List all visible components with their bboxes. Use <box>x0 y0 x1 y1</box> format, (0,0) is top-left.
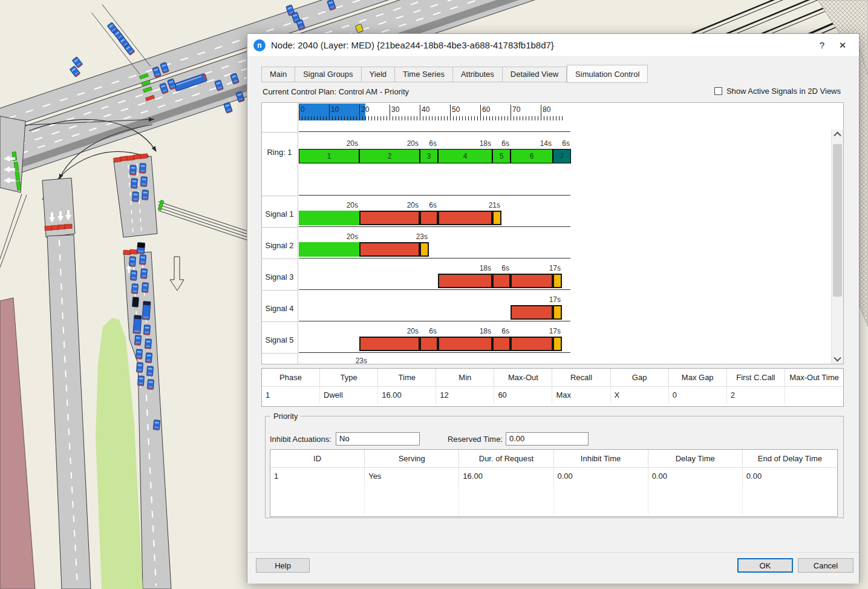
vehicle <box>141 177 148 187</box>
ruler-label: 70 <box>512 105 520 114</box>
phase-table-cell[interactable]: Dwell <box>320 387 378 404</box>
tab-simulation-control[interactable]: Simulation Control <box>567 65 648 83</box>
phase-table-cell[interactable] <box>785 387 843 404</box>
phase-table-cell[interactable]: 1 <box>262 387 320 404</box>
priority-table-cell[interactable]: 0.00 <box>743 468 837 485</box>
scrollbar-thumb[interactable] <box>833 144 842 297</box>
priority-table-filler <box>554 485 648 516</box>
phase-table-header: Gap <box>611 369 669 387</box>
reserved-time-label: Reserved Time: <box>445 435 503 444</box>
inhibit-actuations-field[interactable]: No <box>336 432 420 446</box>
duration-label: 20s <box>315 139 358 148</box>
priority-table-filler <box>743 485 837 516</box>
phase-segment <box>492 274 511 288</box>
help-titlebar-button[interactable]: ? <box>812 36 832 54</box>
ruler-tick <box>426 116 426 120</box>
timeline-scrollbar[interactable] <box>831 130 843 364</box>
vehicle <box>131 179 138 189</box>
phase-table-cell[interactable]: 2 <box>727 387 785 404</box>
priority-table-cell[interactable]: 0.00 <box>648 468 743 485</box>
priority-table-cell[interactable]: 16.00 <box>459 468 553 485</box>
ruler-tick <box>477 116 478 120</box>
ruler-tick <box>544 116 544 120</box>
duration-label: 6s <box>393 327 437 335</box>
tab-time-series[interactable]: Time Series <box>395 67 453 82</box>
ruler-tick <box>393 116 393 120</box>
cancel-button[interactable]: Cancel <box>798 558 853 573</box>
priority-table-cell[interactable]: 0.00 <box>554 468 648 485</box>
phase-table-cell[interactable]: 16.00 <box>378 387 436 404</box>
phase-segment <box>438 337 492 351</box>
phase-segment <box>438 274 492 288</box>
phase-segment <box>553 337 562 351</box>
reserved-time-field[interactable]: 0.00 <box>506 432 589 446</box>
phase-table-cell[interactable]: 12 <box>436 387 494 404</box>
phase-table-cell[interactable]: 0 <box>669 387 727 404</box>
ruler-tick <box>441 116 442 120</box>
phase-table-cell[interactable]: X <box>611 387 669 404</box>
ok-button[interactable]: OK <box>737 558 793 573</box>
scroll-up-icon[interactable] <box>832 130 843 140</box>
phase-number: 3 <box>420 152 438 160</box>
ruler-tick <box>538 116 538 120</box>
phase-segment <box>359 211 420 225</box>
vehicle <box>130 165 137 176</box>
tab-main[interactable]: Main <box>261 67 295 82</box>
ruler-label: 60 <box>482 105 490 114</box>
scroll-down-icon[interactable] <box>832 354 843 364</box>
tab-detailed-view[interactable]: Detailed View <box>503 67 567 82</box>
priority-table-filler <box>648 485 743 516</box>
ruler-tick <box>459 116 460 120</box>
timeline-label-divider <box>298 103 298 364</box>
ruler-tick <box>532 116 532 120</box>
duration-label: 20s <box>315 201 358 209</box>
ruler-tick <box>471 116 472 120</box>
vehicle <box>142 190 149 200</box>
vehicle <box>129 257 135 267</box>
phase-table-header: Max-Out Time <box>785 369 843 387</box>
inhibit-actuations-label: Inhibit Actuations: <box>270 435 331 444</box>
green-area <box>96 318 143 589</box>
priority-table-cell[interactable]: Yes <box>365 468 459 485</box>
tab-yield[interactable]: Yield <box>362 67 395 82</box>
priority-table-header: Delay Time <box>648 450 743 468</box>
ruler-tick <box>504 116 505 120</box>
phase-segment <box>420 242 429 257</box>
tab-signal-groups[interactable]: Signal Groups <box>295 67 361 82</box>
show-active-signals-checkbox[interactable] <box>714 87 722 95</box>
help-button[interactable]: Help <box>256 558 310 573</box>
timeline-row-label-signal-3: Signal 3 <box>262 272 297 281</box>
ruler-tick <box>353 116 354 120</box>
priority-legend: Priority <box>270 412 301 421</box>
phase-segment <box>359 337 420 351</box>
ruler-tick <box>553 116 553 120</box>
ruler-tick <box>535 116 535 120</box>
row-separator <box>299 258 570 258</box>
priority-table-cell[interactable]: 1 <box>270 468 365 485</box>
phase-segment <box>438 211 492 225</box>
phase-table-cell[interactable]: Max <box>552 387 610 404</box>
priority-table-header: Inhibit Time <box>554 450 648 468</box>
phase-segment <box>492 211 501 225</box>
ruler-tick <box>329 105 330 120</box>
dialog-titlebar[interactable]: n Node: 2040 (Layer: MED) {21bea244-18b8… <box>247 34 859 57</box>
tab-attributes[interactable]: Attributes <box>453 67 503 82</box>
ruler-tick <box>523 116 523 120</box>
vehicle <box>146 366 153 377</box>
vehicle <box>153 420 160 430</box>
phase-segment <box>299 242 359 257</box>
vehicle <box>143 325 150 335</box>
vehicle <box>224 102 233 113</box>
label-cell-separator <box>262 258 298 259</box>
close-button[interactable]: ✕ <box>832 36 853 54</box>
duration-label: 6s <box>393 139 437 148</box>
label-cell-separator <box>262 290 298 291</box>
priority-table-header: Serving <box>365 450 459 468</box>
phase-table-header: Min <box>436 369 494 387</box>
duration-label: 17s <box>517 295 561 304</box>
ruler-tick <box>495 116 496 120</box>
ruler-tick <box>453 116 454 120</box>
app-logo-icon: n <box>253 39 266 51</box>
phase-table-cell[interactable]: 60 <box>494 387 552 404</box>
phase-segment <box>511 337 553 351</box>
